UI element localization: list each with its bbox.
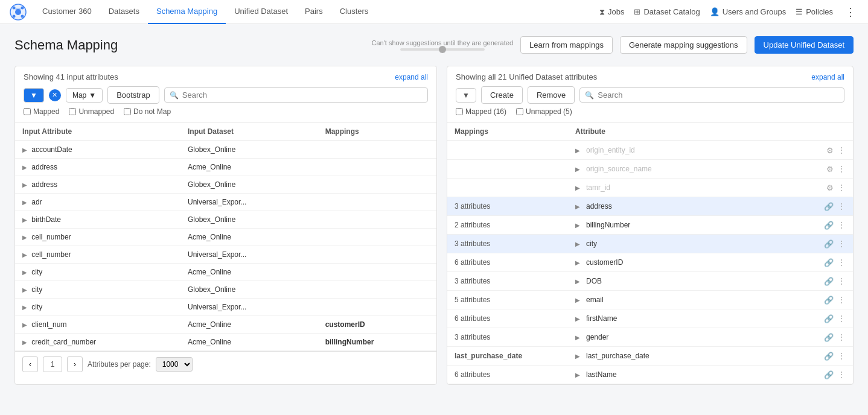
cell-right-mappings: last_purchase_date (447, 347, 568, 366)
nav-users-groups[interactable]: 👤 Users and Groups (710, 7, 787, 16)
prev-page-button[interactable]: ‹ (22, 356, 38, 372)
nav-clusters[interactable]: Clusters (331, 0, 377, 24)
right-panel-expand-all[interactable]: expand all (811, 73, 844, 81)
nav-more-icon[interactable]: ⋮ (843, 5, 858, 19)
attr-cell-content: ▶ customerID 🔗 ⋮ (575, 258, 846, 267)
filter-clear-button[interactable]: ✕ (49, 89, 61, 101)
right-row-expand-icon[interactable]: ▶ (575, 185, 580, 191)
more-icon[interactable]: ⋮ (837, 332, 846, 342)
generate-suggestions-button[interactable]: Generate mapping suggestions (620, 36, 747, 54)
right-row-expand-icon[interactable]: ▶ (575, 166, 580, 173)
right-row-expand-icon[interactable]: ▶ (575, 353, 580, 360)
learn-mappings-button[interactable]: Learn from mappings (520, 36, 613, 54)
nav-dataset-catalog[interactable]: ⊞ Dataset Catalog (634, 7, 700, 16)
row-expand-icon[interactable]: ▶ (22, 269, 27, 276)
nav-customer360[interactable]: Customer 360 (34, 0, 100, 24)
more-icon[interactable]: ⋮ (837, 258, 846, 267)
more-icon[interactable]: ⋮ (837, 201, 846, 211)
bootstrap-button[interactable]: Bootstrap (107, 86, 159, 104)
nav-jobs[interactable]: ⧗ Jobs (599, 7, 624, 17)
map-dropdown-button[interactable]: Map ▼ (66, 88, 103, 103)
left-panel-expand-all[interactable]: expand all (395, 73, 428, 81)
attr-cell-content: ▶ tamr_id ⚙ ⋮ (575, 183, 846, 192)
right-filter-mapped-checkbox[interactable] (456, 108, 463, 115)
filter-unmapped-label: Unmapped (78, 107, 114, 116)
left-table-row: ▶ cell_number Universal_Expor... (15, 246, 436, 264)
more-icon[interactable]: ⋮ (837, 220, 846, 230)
right-filter-unmapped-check[interactable]: Unmapped (5) (516, 107, 572, 116)
filter-unmapped-check[interactable]: Unmapped (69, 107, 114, 116)
nav-pairs[interactable]: Pairs (296, 0, 331, 24)
more-icon[interactable]: ⋮ (837, 314, 846, 323)
col-mappings: Mappings (318, 122, 436, 141)
row-expand-icon[interactable]: ▶ (22, 234, 27, 241)
row-expand-icon[interactable]: ▶ (22, 287, 27, 293)
next-page-button[interactable]: › (67, 356, 83, 372)
attr-cell-content: ▶ last_purchase_date 🔗 ⋮ (575, 351, 846, 361)
more-icon[interactable]: ⋮ (837, 370, 846, 379)
cell-right-mappings: 3 attributes (447, 235, 568, 253)
right-row-expand-icon[interactable]: ▶ (575, 372, 580, 378)
row-expand-icon[interactable]: ▶ (22, 304, 27, 311)
left-search-input[interactable] (182, 90, 423, 100)
row-expand-icon[interactable]: ▶ (22, 217, 27, 223)
row-expand-icon[interactable]: ▶ (22, 339, 27, 346)
remove-attribute-button[interactable]: Remove (528, 86, 575, 104)
filter-active-button[interactable]: ▼ (24, 88, 44, 103)
filter-mapped-checkbox[interactable] (24, 108, 31, 115)
right-row-expand-icon[interactable]: ▶ (575, 222, 580, 229)
left-table-row: ▶ address Acme_Online (15, 159, 436, 176)
row-expand-icon[interactable]: ▶ (22, 147, 27, 153)
row-expand-icon[interactable]: ▶ (22, 199, 27, 206)
more-icon[interactable]: ⋮ (837, 164, 846, 174)
right-row-expand-icon[interactable]: ▶ (575, 315, 580, 322)
per-page-select[interactable]: 1000 500 100 (156, 357, 193, 372)
filter-donotmap-check[interactable]: Do not Map (124, 107, 171, 116)
more-icon[interactable]: ⋮ (837, 145, 846, 155)
row-expand-icon[interactable]: ▶ (22, 322, 27, 328)
more-icon[interactable]: ⋮ (837, 276, 846, 286)
right-row-expand-icon[interactable]: ▶ (575, 241, 580, 247)
nav-schema-mapping[interactable]: Schema Mapping (148, 0, 226, 24)
nav-datasets[interactable]: Datasets (100, 0, 148, 24)
right-row-expand-icon[interactable]: ▶ (575, 147, 580, 154)
map-dropdown-label: Map (72, 91, 86, 100)
right-attr-name: DOB (586, 277, 602, 285)
right-panel-header: Showing all 21 Unified Dataset attribute… (447, 66, 853, 122)
filter-donotmap-checkbox[interactable] (124, 108, 131, 115)
jobs-label: Jobs (608, 7, 624, 16)
map-dropdown-arrow: ▼ (89, 91, 96, 100)
right-filter-button[interactable]: ▼ (456, 88, 476, 103)
row-expand-icon[interactable]: ▶ (22, 252, 27, 258)
more-icon[interactable]: ⋮ (837, 295, 846, 305)
create-attribute-button[interactable]: Create (481, 86, 523, 104)
more-icon[interactable]: ⋮ (837, 183, 846, 192)
filter-unmapped-checkbox[interactable] (69, 108, 76, 115)
attr-name: adr (31, 198, 42, 206)
row-expand-icon[interactable]: ▶ (22, 182, 27, 188)
right-row-expand-icon[interactable]: ▶ (575, 278, 580, 285)
left-search-icon: 🔍 (170, 91, 179, 100)
right-filter-mapped-check[interactable]: Mapped (16) (456, 107, 506, 116)
update-unified-dataset-button[interactable]: Update Unified Dataset (755, 36, 854, 54)
cell-input-attr: ▶ accountDate (15, 141, 180, 159)
filter-icon: ▼ (30, 91, 37, 100)
more-icon[interactable]: ⋮ (837, 239, 846, 249)
nav-right: ⧗ Jobs ⊞ Dataset Catalog 👤 Users and Gro… (599, 5, 858, 19)
nav-policies[interactable]: ☰ Policies (796, 7, 833, 16)
right-search-input[interactable] (598, 90, 839, 100)
right-row-expand-icon[interactable]: ▶ (575, 203, 580, 210)
page-header-actions: Can't show suggestions until they are ge… (372, 36, 854, 54)
right-row-expand-icon[interactable]: ▶ (575, 297, 580, 303)
right-row-expand-icon[interactable]: ▶ (575, 334, 580, 341)
right-attr-name: firstName (586, 314, 617, 323)
more-icon[interactable]: ⋮ (837, 351, 846, 361)
row-expand-icon[interactable]: ▶ (22, 164, 27, 171)
filter-mapped-check[interactable]: Mapped (24, 107, 59, 116)
right-row-expand-icon[interactable]: ▶ (575, 259, 580, 266)
left-table-row: ▶ address Globex_Online (15, 176, 436, 194)
right-attr-name: email (586, 296, 604, 304)
right-filter-unmapped-checkbox[interactable] (516, 108, 523, 115)
nav-unified-dataset[interactable]: Unified Dataset (226, 0, 296, 24)
cell-mapping: customerID (318, 316, 436, 334)
